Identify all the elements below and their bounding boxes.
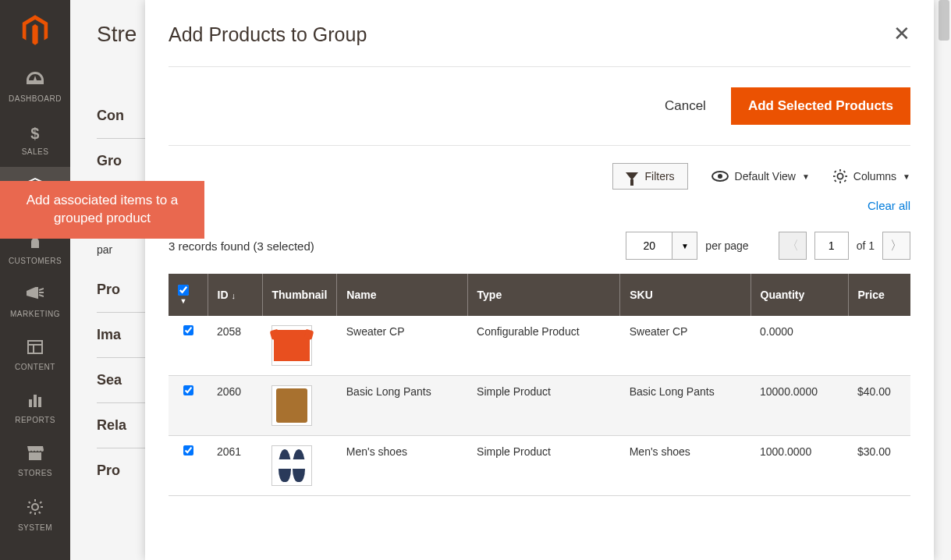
clear-all-link[interactable]: Clear all — [868, 199, 910, 212]
sort-arrow-icon: ↓ — [232, 291, 236, 300]
scrollbar-thumb[interactable] — [939, 0, 949, 41]
nav-label: CONTENT — [15, 363, 55, 371]
table-row[interactable]: 2060 Basic Long Pants Simple Product Bas… — [169, 376, 910, 436]
nav-sales[interactable]: $ SALES — [0, 114, 70, 167]
cell-id: 2058 — [208, 316, 262, 376]
eye-icon — [711, 171, 729, 182]
svg-rect-9 — [839, 181, 841, 183]
page-number-input[interactable] — [814, 232, 849, 260]
pager-controls: ▼ per page 〈 of 1 〉 — [626, 232, 910, 260]
cancel-button[interactable]: Cancel — [665, 98, 706, 114]
page-size-dropdown[interactable]: ▼ — [672, 232, 697, 260]
chevron-down-icon: ▼ — [681, 242, 689, 250]
cell-type: Configurable Product — [467, 316, 620, 376]
svg-point-7 — [837, 173, 843, 179]
prev-page-button[interactable]: 〈 — [779, 232, 807, 260]
funnel-icon — [626, 172, 638, 180]
thumbnail-image — [271, 385, 312, 426]
col-thumbnail[interactable]: Thumbnail — [262, 274, 337, 316]
magento-logo[interactable] — [0, 0, 70, 61]
svg-rect-12 — [834, 171, 836, 173]
gear-icon — [833, 169, 847, 183]
modal-header: Add Products to Group ✕ — [169, 23, 910, 67]
table-row[interactable]: 2061 Men's shoes Simple Product Men's sh… — [169, 436, 910, 496]
layout-icon — [27, 340, 43, 358]
cell-name: Sweater CP — [337, 316, 467, 376]
nav-label: CUSTOMERS — [9, 257, 62, 265]
nav-label: SYSTEM — [18, 523, 52, 532]
nav-label: MARKETING — [10, 310, 60, 318]
page-size-selector[interactable]: ▼ — [626, 232, 697, 260]
records-found: 3 records found (3 selected) — [169, 239, 314, 253]
chevron-down-icon: ▼ — [903, 172, 910, 181]
columns-selector[interactable]: Columns ▼ — [833, 169, 910, 183]
nav-system[interactable]: SYSTEM — [0, 488, 70, 543]
svg-rect-13 — [844, 179, 846, 182]
megaphone-icon — [27, 287, 44, 305]
svg-rect-11 — [845, 175, 847, 177]
cell-type: Simple Product — [467, 436, 620, 496]
columns-label: Columns — [853, 170, 896, 183]
nav-marketing[interactable]: MARKETING — [0, 276, 70, 329]
cell-id: 2061 — [208, 436, 262, 496]
cell-type: Simple Product — [467, 376, 620, 436]
cell-id: 2060 — [208, 376, 262, 436]
add-selected-products-button[interactable]: Add Selected Products — [731, 87, 910, 125]
cell-name: Men's shoes — [337, 436, 467, 496]
cell-price — [848, 316, 910, 376]
row-checkbox[interactable] — [183, 325, 193, 335]
svg-rect-10 — [833, 175, 836, 177]
view-selector[interactable]: Default View ▼ — [711, 170, 810, 183]
nav-dashboard[interactable]: DASHBOARD — [0, 61, 70, 114]
col-name[interactable]: Name — [337, 274, 467, 316]
dollar-icon: $ — [30, 125, 40, 143]
products-grid: ▼ ID↓ Thumbnail Name Type SKU Quantity P… — [169, 274, 910, 496]
chevron-left-icon: 〈 — [786, 238, 799, 254]
thumbnail-image — [271, 445, 312, 486]
next-page-button[interactable]: 〉 — [882, 232, 910, 260]
nav-content[interactable]: CONTENT — [0, 329, 70, 382]
admin-sidebar: DASHBOARD $ SALES CATALOG CUSTOMERS MARK… — [0, 0, 70, 560]
col-id[interactable]: ID↓ — [208, 274, 262, 316]
cell-quantity: 0.0000 — [751, 316, 848, 376]
filters-button[interactable]: Filters — [612, 163, 687, 190]
per-page-label: per page — [705, 239, 748, 252]
gauge-icon — [27, 72, 44, 90]
row-checkbox[interactable] — [183, 385, 193, 395]
svg-rect-14 — [843, 171, 846, 173]
col-type[interactable]: Type — [467, 274, 620, 316]
add-products-modal: Add Products to Group ✕ Cancel Add Selec… — [145, 0, 934, 560]
table-row[interactable]: 2058 Sweater CP Configurable Product Swe… — [169, 316, 910, 376]
bars-icon — [27, 393, 43, 411]
cell-sku: Men's shoes — [620, 436, 751, 496]
col-select: ▼ — [169, 274, 208, 316]
chevron-down-icon[interactable]: ▼ — [180, 297, 187, 305]
nav-label: REPORTS — [15, 416, 55, 424]
cell-sku: Sweater CP — [620, 316, 751, 376]
clear-row: Clear all — [169, 199, 910, 221]
cell-price: $40.00 — [848, 376, 910, 436]
cell-price: $30.00 — [848, 436, 910, 496]
chevron-right-icon: 〉 — [890, 238, 903, 254]
col-quantity[interactable]: Quantity — [751, 274, 848, 316]
storefront-icon — [27, 446, 44, 464]
modal-title: Add Products to Group — [169, 23, 367, 46]
grid-header-row: ▼ ID↓ Thumbnail Name Type SKU Quantity P… — [169, 274, 910, 316]
svg-rect-0 — [28, 341, 42, 353]
row-checkbox[interactable] — [183, 445, 193, 455]
select-all-checkbox[interactable] — [178, 285, 189, 296]
nav-stores[interactable]: STORES — [0, 435, 70, 488]
nav-label: SALES — [22, 147, 49, 156]
tooltip-callout: Add associated items to a grouped produc… — [0, 181, 204, 239]
cell-quantity: 1000.0000 — [751, 436, 848, 496]
chevron-down-icon: ▼ — [802, 172, 810, 181]
page-size-input[interactable] — [626, 232, 672, 260]
col-sku[interactable]: SKU — [620, 274, 751, 316]
cell-sku: Basic Long Pants — [620, 376, 751, 436]
col-price[interactable]: Price — [848, 274, 910, 316]
thumbnail-image — [271, 325, 312, 366]
nav-reports[interactable]: REPORTS — [0, 382, 70, 435]
close-icon[interactable]: ✕ — [893, 23, 910, 44]
pager-row: 3 records found (3 selected) ▼ per page … — [169, 221, 910, 274]
modal-actions: Cancel Add Selected Products — [169, 67, 910, 146]
